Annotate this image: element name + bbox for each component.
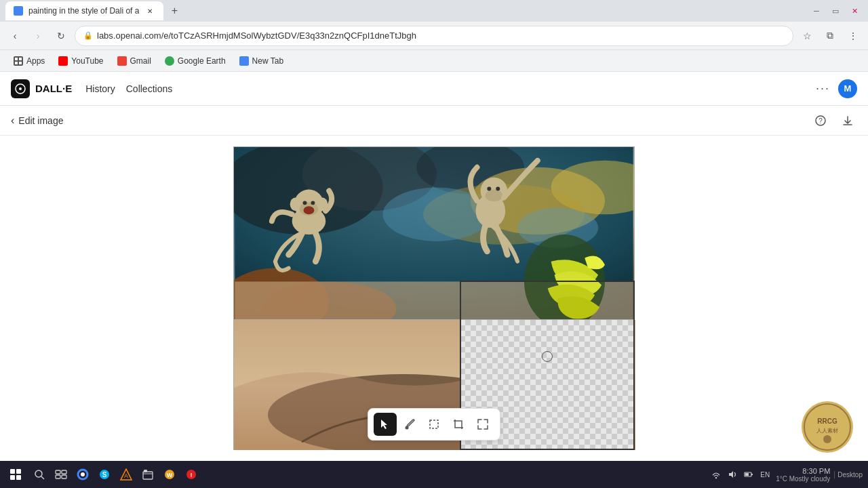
earth-favicon <box>165 56 174 66</box>
edit-bar-title: Edit image <box>18 115 63 126</box>
new-tab-button[interactable]: + <box>166 3 182 19</box>
title-bar: painting in the style of Dali of a ✕ + ─… <box>0 0 868 22</box>
system-tray-icons: EN <box>709 468 772 481</box>
taskbar-skype[interactable]: S <box>95 465 114 484</box>
svg-point-5 <box>19 87 22 90</box>
back-nav-button[interactable]: ‹ <box>5 26 24 45</box>
svg-point-24 <box>311 201 315 205</box>
svg-rect-44 <box>10 475 15 480</box>
header-right: ··· M <box>816 79 857 98</box>
language-icon[interactable]: EN <box>758 468 772 481</box>
svg-point-30 <box>485 190 502 202</box>
forward-nav-button[interactable]: › <box>28 26 47 45</box>
svg-rect-67 <box>745 473 749 476</box>
svg-point-32 <box>496 187 500 191</box>
help-button[interactable]: ? <box>811 111 830 130</box>
taskbar-search[interactable] <box>30 465 49 484</box>
select-tool-button[interactable] <box>422 413 446 436</box>
taskbar-chrome[interactable] <box>73 465 92 484</box>
back-button[interactable]: ‹ Edit image <box>11 115 63 127</box>
bookmark-gmail[interactable]: Gmail <box>112 54 157 68</box>
app-header: DALL·E History Collections ··· M <box>0 72 868 106</box>
bookmark-star-button[interactable]: ☆ <box>797 26 816 45</box>
svg-rect-1 <box>19 58 22 60</box>
bookmark-youtube[interactable]: YouTube <box>53 54 108 68</box>
taskbar-icons: S A W ! <box>30 465 201 484</box>
desktop-button[interactable]: Desktop <box>834 471 863 479</box>
bookmark-earth[interactable]: Google Earth <box>159 54 231 68</box>
taskbar-explorer[interactable] <box>138 465 157 484</box>
address-bar[interactable]: 🔒 labs.openai.com/e/toTCzASRHmjdMSolWybz… <box>75 26 793 46</box>
svg-rect-51 <box>62 475 66 479</box>
svg-rect-59 <box>144 470 147 472</box>
restore-button[interactable]: ▭ <box>827 3 844 19</box>
expand-tool-button[interactable] <box>471 413 494 436</box>
rrcg-watermark: RRCG 人人素材 <box>800 400 854 454</box>
svg-text:?: ? <box>818 117 823 125</box>
more-options-button[interactable]: ··· <box>816 81 830 96</box>
tab-title: painting in the style of Dali of a <box>28 6 139 16</box>
taskbar: S A W ! <box>0 461 868 488</box>
battery-icon[interactable] <box>742 468 755 481</box>
taskbar-antivirus[interactable]: ! <box>182 465 201 484</box>
svg-point-23 <box>303 201 307 205</box>
nav-collections[interactable]: Collections <box>126 81 172 97</box>
minimize-button[interactable]: ─ <box>808 3 825 19</box>
browser-menu-button[interactable]: ⋮ <box>844 26 863 45</box>
svg-rect-66 <box>751 474 753 475</box>
main-area: RRCG 人人素材 <box>0 136 868 461</box>
svg-text:A: A <box>124 472 128 479</box>
window-controls: ─ ▭ ✕ <box>808 3 863 19</box>
browser-frame: painting in the style of Dali of a ✕ + ─… <box>0 0 868 488</box>
app-nav: History Collections <box>85 81 172 97</box>
svg-text:W: W <box>167 472 173 479</box>
gmail-favicon <box>117 56 127 66</box>
svg-rect-3 <box>19 62 22 64</box>
svg-rect-49 <box>62 470 66 474</box>
svg-text:!: ! <box>191 472 193 479</box>
app-content: DALL·E History Collections ··· M ‹ Edit … <box>0 72 868 461</box>
gmail-bookmark-label: Gmail <box>130 56 151 66</box>
newtab-bookmark-label: New Tab <box>252 56 283 66</box>
svg-rect-58 <box>143 472 153 479</box>
address-bar-row: ‹ › ↻ 🔒 labs.openai.com/e/toTCzASRHmjdMS… <box>0 22 868 50</box>
svg-rect-0 <box>15 58 18 60</box>
url-text: labs.openai.com/e/toTCzASRHmjdMSolWybztG… <box>97 30 416 41</box>
start-button[interactable] <box>5 464 26 485</box>
taskbar-weather: 1°C Mostly cloudy <box>776 475 830 483</box>
extensions-button[interactable]: ⧉ <box>821 26 840 45</box>
apps-favicon <box>14 56 23 66</box>
svg-rect-45 <box>16 475 21 480</box>
svg-rect-50 <box>56 475 60 479</box>
download-button[interactable] <box>838 111 857 130</box>
network-icon[interactable] <box>709 468 723 481</box>
brush-tool-button[interactable] <box>398 413 421 436</box>
bookmark-apps[interactable]: Apps <box>8 54 50 68</box>
logo-icon <box>11 79 30 98</box>
svg-rect-42 <box>10 469 15 474</box>
edit-bar-right: ? <box>811 111 857 130</box>
svg-point-36 <box>406 426 409 430</box>
svg-text:S: S <box>102 471 107 479</box>
taskbar-time: 8:30 PM <box>802 467 830 475</box>
close-window-button[interactable]: ✕ <box>846 3 863 19</box>
svg-rect-2 <box>15 62 18 64</box>
reload-button[interactable]: ↻ <box>52 26 71 45</box>
nav-history[interactable]: History <box>85 81 115 97</box>
active-tab[interactable]: painting in the style of Dali of a ✕ <box>5 1 163 20</box>
toolbar <box>368 408 500 441</box>
svg-point-26 <box>290 197 301 211</box>
taskbar-taskview[interactable] <box>52 465 71 484</box>
svg-rect-43 <box>16 469 21 474</box>
volume-icon[interactable] <box>726 468 739 481</box>
taskbar-winamp[interactable]: W <box>160 465 179 484</box>
cursor-tool-button[interactable] <box>374 413 397 436</box>
user-avatar[interactable]: M <box>838 79 857 98</box>
tab-close-button[interactable]: ✕ <box>144 5 155 16</box>
svg-text:人人素材: 人人素材 <box>816 428 838 434</box>
taskbar-avast[interactable]: A <box>117 465 136 484</box>
bookmark-newtab[interactable]: New Tab <box>234 54 289 68</box>
svg-point-53 <box>81 472 85 476</box>
crop-tool-button[interactable] <box>447 413 470 436</box>
image-container <box>233 146 635 450</box>
